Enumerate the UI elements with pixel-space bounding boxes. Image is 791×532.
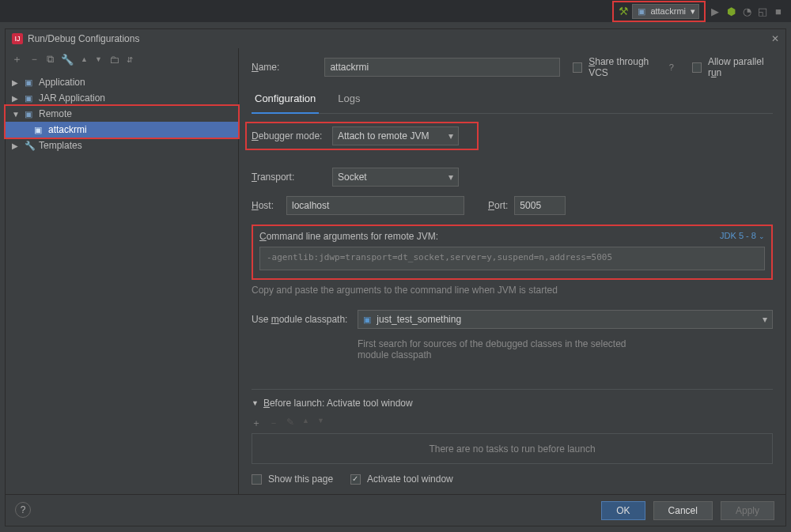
tree-label: attackrmi xyxy=(48,124,87,135)
tree-node-jar-application[interactable]: ▶▣ JAR Application xyxy=(6,90,238,106)
tree-node-application[interactable]: ▶▣ Application xyxy=(6,74,238,90)
highlight-debugger-mode: Debugger mode: Attach to remote JVM xyxy=(245,122,479,150)
add-task-icon[interactable]: ＋ xyxy=(252,417,261,430)
module-icon: ▣ xyxy=(363,315,371,324)
name-input[interactable] xyxy=(324,58,560,77)
activate-tool-checkbox[interactable] xyxy=(350,474,361,485)
profiler-icon[interactable]: ◱ xyxy=(756,5,769,17)
apply-button[interactable]: Apply xyxy=(721,501,774,520)
parallel-run-label: Allow parallel run xyxy=(708,56,773,78)
copy-icon[interactable]: ⧉ xyxy=(47,53,54,66)
activate-tool-label: Activate tool window xyxy=(367,474,453,485)
folder-icon[interactable]: 🗀 xyxy=(109,54,119,66)
edit-task-icon[interactable]: ✎ xyxy=(286,417,294,430)
build-icon[interactable]: ⚒ xyxy=(619,5,629,17)
tree-label: JAR Application xyxy=(39,92,105,104)
transport-label: Transport: xyxy=(252,172,326,183)
name-label: Name: xyxy=(252,62,318,73)
tree-label: Remote xyxy=(39,108,72,119)
highlight-toolbar-region: ⚒ ▣ attackrmi xyxy=(612,1,706,22)
divider xyxy=(252,389,773,390)
show-page-label: Show this page xyxy=(268,474,333,485)
remote-config-icon: ▣ xyxy=(638,6,645,16)
debugger-mode-dropdown[interactable]: Attach to remote JVM xyxy=(332,126,459,145)
config-tree: ▶▣ Application ▶▣ JAR Application ▼▣ Rem… xyxy=(6,71,238,157)
down-task-icon[interactable]: ▼ xyxy=(317,417,324,430)
debug-icon[interactable]: ⬢ xyxy=(725,5,737,17)
jdk-version-link[interactable]: JDK 5 - 8 ⌄ xyxy=(720,231,765,242)
port-input[interactable] xyxy=(514,196,566,215)
before-launch-label: Before launch: Activate tool window xyxy=(263,398,413,409)
share-vcs-label: Share through VCS xyxy=(589,56,663,78)
tree-label: Templates xyxy=(39,140,82,151)
close-icon[interactable]: ✕ xyxy=(771,33,779,44)
stop-icon[interactable]: ■ xyxy=(772,5,785,17)
run-debug-dialog: IJ Run/Debug Configurations ✕ ＋ － ⧉ 🔧 ▲ … xyxy=(5,28,786,526)
module-help-text: First search for sources of the debugged… xyxy=(358,338,642,360)
run-icon[interactable]: ▶ xyxy=(709,5,721,17)
tree-node-templates[interactable]: ▶🔧 Templates xyxy=(6,138,238,153)
tab-configuration[interactable]: Configuration xyxy=(252,88,319,114)
transport-dropdown[interactable]: Socket xyxy=(332,168,459,187)
coverage-icon[interactable]: ◔ xyxy=(740,5,753,17)
cmdline-label: Command line arguments for remote JVM: xyxy=(259,231,438,242)
debugger-mode-value: Attach to remote JVM xyxy=(338,130,429,141)
cmdline-help-text: Copy and paste the arguments to the comm… xyxy=(252,285,773,296)
ok-button[interactable]: OK xyxy=(601,501,645,520)
dialog-title: Run/Debug Configurations xyxy=(28,33,139,44)
dialog-footer: OK Cancel Apply xyxy=(6,494,785,526)
up-task-icon[interactable]: ▲ xyxy=(302,417,309,430)
config-editor-panel: Name: Share through VCS ? Allow parallel… xyxy=(239,48,785,494)
wrench-icon[interactable]: 🔧 xyxy=(61,54,74,66)
run-config-name: attackrmi xyxy=(650,6,686,16)
intellij-icon: IJ xyxy=(12,33,23,44)
module-classpath-dropdown[interactable]: ▣ just_test_something xyxy=(358,310,773,329)
debugger-mode-label: Debugger mode: xyxy=(252,130,326,141)
module-value: just_test_something xyxy=(377,314,461,325)
expand-icon[interactable]: ⇵ xyxy=(127,55,133,64)
highlight-cmdline-section: Command line arguments for remote JVM: J… xyxy=(252,224,773,280)
config-tabs: Configuration Logs xyxy=(252,88,773,114)
help-button[interactable]: ? xyxy=(15,502,31,518)
module-classpath-label: Use module classpath: xyxy=(252,314,351,325)
help-icon[interactable]: ? xyxy=(669,62,674,72)
task-list-empty: There are no tasks to run before launch xyxy=(429,443,595,455)
cmdline-textarea[interactable]: -agentlib:jdwp=transport=dt_socket,serve… xyxy=(259,247,765,270)
config-tree-toolbar: ＋ － ⧉ 🔧 ▲ ▼ 🗀 ⇵ xyxy=(6,48,238,71)
remove-icon[interactable]: － xyxy=(29,52,40,66)
before-launch-header[interactable]: ▼ Before launch: Activate tool window xyxy=(252,398,773,409)
add-icon[interactable]: ＋ xyxy=(12,52,22,66)
transport-value: Socket xyxy=(338,172,367,183)
host-input[interactable] xyxy=(286,196,464,215)
show-page-checkbox[interactable] xyxy=(252,474,262,485)
remove-task-icon[interactable]: － xyxy=(269,417,278,430)
up-icon[interactable]: ▲ xyxy=(81,55,88,63)
ide-main-toolbar: ⚒ ▣ attackrmi ▶ ⬢ ◔ ◱ ■ xyxy=(0,0,791,22)
host-label: Host: xyxy=(252,200,280,211)
cancel-button[interactable]: Cancel xyxy=(653,501,713,520)
config-tree-panel: ＋ － ⧉ 🔧 ▲ ▼ 🗀 ⇵ ▶▣ Application ▶▣ JAR Ap… xyxy=(6,48,239,494)
tree-label: Application xyxy=(39,77,85,88)
tree-node-attackrmi[interactable]: ▣ attackrmi xyxy=(6,122,238,138)
expand-triangle-icon: ▼ xyxy=(252,399,259,407)
task-toolbar: ＋ － ✎ ▲ ▼ xyxy=(252,413,773,433)
parallel-run-checkbox[interactable] xyxy=(692,62,702,73)
task-list: There are no tasks to run before launch xyxy=(252,433,773,464)
down-icon[interactable]: ▼ xyxy=(95,55,102,63)
share-vcs-checkbox[interactable] xyxy=(573,62,582,73)
tab-logs[interactable]: Logs xyxy=(335,88,363,113)
highlight-remote-tree: ▼▣ Remote ▣ attackrmi xyxy=(4,104,240,139)
dialog-title-bar: IJ Run/Debug Configurations ✕ xyxy=(6,29,785,48)
tree-node-remote[interactable]: ▼▣ Remote xyxy=(6,106,238,122)
run-config-selector[interactable]: ▣ attackrmi xyxy=(632,4,699,19)
port-label: Port: xyxy=(488,200,508,211)
